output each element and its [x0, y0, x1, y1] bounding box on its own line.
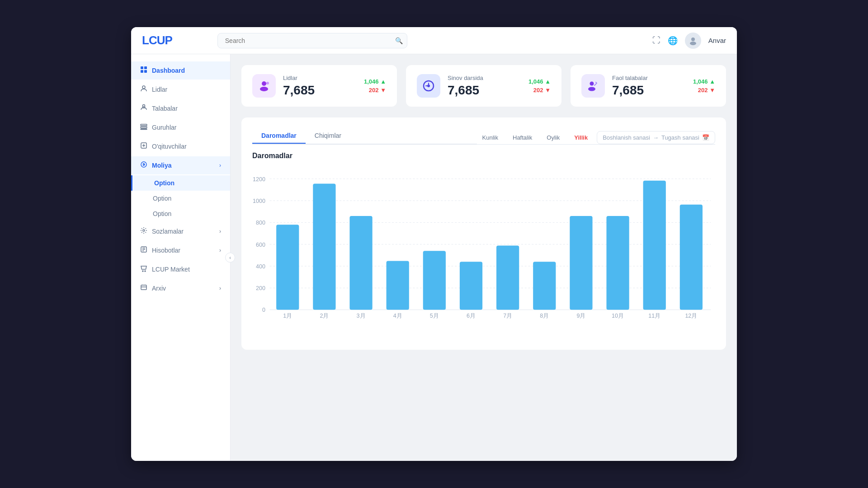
lidlar-icon [140, 85, 147, 94]
sidebar-label-guruhlar: Guruhlar [152, 124, 176, 131]
svg-rect-5 [144, 70, 147, 73]
filter-haftalik[interactable]: Haftalik [507, 131, 538, 144]
search-input[interactable] [217, 33, 407, 48]
svg-text:1月: 1月 [283, 313, 292, 319]
bar-dec [680, 205, 703, 310]
svg-text:2月: 2月 [320, 313, 329, 319]
date-to: Tugash sanasi [661, 134, 699, 141]
sidebar-sub-item-option3[interactable]: Option [131, 206, 230, 221]
svg-point-22 [427, 84, 430, 87]
main-content: Lidlar 7,685 1,046 ▲ 202 ▼ [231, 54, 737, 461]
svg-text:1200: 1200 [253, 176, 265, 183]
sidebar-label-hisobotlar: Hisobotlar [152, 247, 180, 254]
sidebar-item-guruhlar[interactable]: Guruhlar [131, 118, 230, 136]
stat-value-sinov: 7,685 [448, 83, 521, 98]
fullscreen-icon[interactable]: ⛶ [652, 36, 660, 45]
svg-point-15 [142, 271, 143, 272]
sidebar-item-dashboard[interactable]: Dashboard [131, 61, 230, 80]
date-range-picker[interactable]: Boshlanish sanasi → Tugash sanasi 📅 [597, 131, 715, 144]
sidebar-sub-item-option2[interactable]: Option [131, 191, 230, 206]
settings-icon[interactable]: 🌐 [668, 36, 678, 46]
svg-point-0 [691, 38, 695, 41]
chart-tab-row: Daromadlar Chiqimlar Kunlik Haftalik Oyl… [252, 128, 715, 145]
stat-label-sinov: Sinov darsida [448, 75, 521, 81]
stat-info-sinov: Sinov darsida 7,685 [448, 75, 521, 98]
svg-text:600: 600 [256, 242, 265, 248]
stat-down-faol: 202 ▼ [698, 87, 715, 94]
filter-yillik[interactable]: Yillik [569, 131, 593, 144]
sidebar-item-oqituvchilar[interactable]: O'qituvchilar [131, 137, 230, 155]
hisobotlar-chevron: › [219, 247, 221, 253]
svg-point-7 [143, 105, 145, 107]
guruhlar-icon [140, 123, 147, 132]
bar-may [423, 251, 446, 310]
svg-rect-2 [141, 66, 143, 69]
stat-card-faol: Faol talabalar 7,685 1,046 ▲ 202 ▼ [571, 65, 726, 107]
chart-filters: Kunlik Haftalik Oylik Yillik Boshlanish … [477, 131, 715, 144]
svg-point-20 [266, 82, 269, 84]
svg-rect-17 [141, 285, 146, 290]
svg-text:6月: 6月 [467, 313, 476, 319]
sidebar-label-arxiv: Arxiv [152, 285, 166, 292]
calendar-icon: 📅 [702, 134, 709, 141]
tab-chiqimlar[interactable]: Chiqimlar [306, 128, 350, 144]
sidebar-sub-item-option1[interactable]: Option [131, 175, 230, 191]
svg-text:800: 800 [256, 220, 265, 226]
arxiv-icon [140, 284, 147, 293]
chart-section: Daromadlar Chiqimlar Kunlik Haftalik Oyl… [241, 117, 726, 350]
stat-change-lidlar: 1,046 ▲ 202 ▼ [364, 78, 386, 94]
svg-text:200: 200 [256, 285, 265, 291]
sidebar-label-oqituvchilar: O'qituvchilar [152, 143, 187, 150]
stat-up-faol: 1,046 ▲ [693, 78, 715, 85]
sidebar-label-market: LCUP Market [152, 266, 190, 273]
svg-point-6 [142, 86, 145, 89]
stat-card-sinov: Sinov darsida 7,685 1,046 ▲ 202 ▼ [406, 65, 561, 107]
filter-oylik[interactable]: Oylik [541, 131, 565, 144]
topbar-right: ⛶ 🌐 Anvar [652, 33, 726, 49]
sidebar-label-moliya: Moliya [152, 162, 172, 169]
svg-text:9月: 9月 [576, 313, 585, 319]
sidebar-item-lidlar[interactable]: Lidlar [131, 80, 230, 99]
sidebar-item-lcup-market[interactable]: LCUP Market [131, 260, 230, 278]
stat-down-sinov: 202 ▼ [533, 87, 551, 94]
avatar [685, 33, 701, 49]
svg-text:5月: 5月 [430, 313, 439, 319]
svg-text:0: 0 [262, 307, 265, 313]
faol-stat-icon [581, 74, 605, 98]
bar-aug [533, 262, 556, 310]
stat-change-sinov: 1,046 ▲ 202 ▼ [528, 78, 551, 94]
sidebar-item-arxiv[interactable]: Arxiv › [131, 279, 230, 297]
svg-point-16 [145, 271, 146, 272]
svg-text:10月: 10月 [612, 313, 624, 319]
stat-label-faol: Faol talabalar [612, 75, 686, 81]
stat-info-lidlar: Lidlar 7,685 [283, 75, 357, 98]
sidebar-item-sozlamalar[interactable]: Sozlamalar › [131, 222, 230, 240]
sozlamalar-icon [140, 227, 147, 236]
filter-kunlik[interactable]: Kunlik [477, 131, 504, 144]
bar-jan [276, 225, 299, 310]
sidebar-item-moliya[interactable]: Moliya › [131, 156, 230, 174]
bar-oct [606, 216, 629, 310]
sidebar-label-dashboard: Dashboard [152, 67, 185, 74]
stat-value-lidlar: 7,685 [283, 83, 357, 98]
user-name: Anvar [708, 37, 726, 44]
date-from: Boshlanish sanasi [603, 134, 650, 141]
sidebar-item-hisobotlar[interactable]: Hisobotlar › [131, 241, 230, 259]
sidebar-collapse-btn[interactable]: ‹ [225, 253, 235, 263]
svg-point-18 [262, 81, 266, 86]
bar-apr [387, 261, 409, 310]
stat-change-faol: 1,046 ▲ 202 ▼ [693, 78, 715, 94]
tab-daromadlar[interactable]: Daromadlar [252, 128, 306, 144]
oqituvchilar-icon [140, 142, 147, 151]
svg-text:12月: 12月 [685, 313, 697, 319]
stat-down-lidlar: 202 ▼ [369, 87, 386, 94]
arxiv-chevron: › [219, 285, 221, 291]
sidebar-item-talabalar[interactable]: Talabalar [131, 99, 230, 117]
stat-cards: Lidlar 7,685 1,046 ▲ 202 ▼ [241, 65, 726, 107]
svg-rect-8 [141, 124, 147, 126]
bar-jun [460, 262, 482, 310]
lidlar-stat-icon [252, 74, 276, 98]
sidebar-label-lidlar: Lidlar [152, 86, 167, 93]
svg-point-1 [690, 42, 696, 45]
svg-text:4月: 4月 [393, 313, 402, 319]
